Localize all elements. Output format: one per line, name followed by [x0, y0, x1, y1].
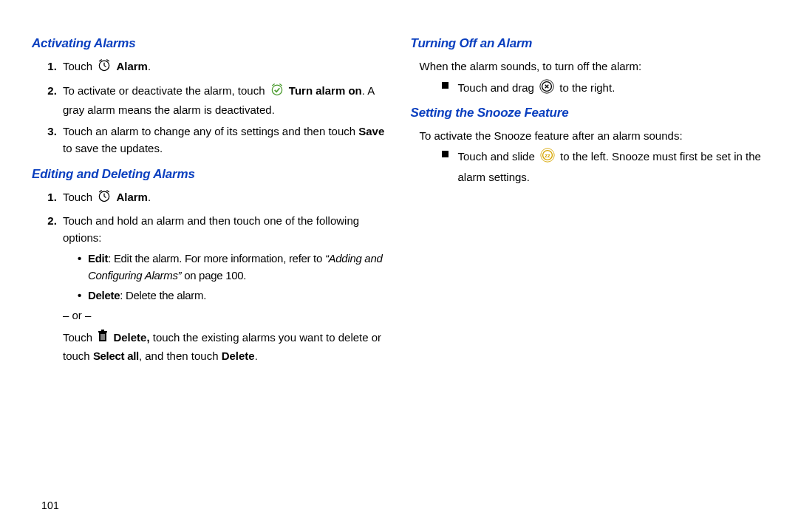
list-item: Touch an alarm to change any of its sett… — [60, 123, 390, 157]
bold-text: Select all — [93, 349, 139, 362]
text: , and then touch — [139, 349, 222, 362]
bold-text: Turn alarm on — [289, 84, 362, 97]
intro-text: To activate the Snooze feature after an … — [420, 127, 769, 144]
text: Touch — [63, 191, 95, 203]
trash-icon — [97, 330, 109, 347]
activating-alarms-list: Touch Alarm. To activate or deactivate t… — [41, 58, 390, 157]
intro-text: When the alarm sounds, to turn off the a… — [420, 58, 769, 75]
list-item: To activate or deactivate the alarm, tou… — [60, 82, 390, 119]
text: Touch — [63, 331, 95, 344]
text: . — [255, 349, 258, 362]
text: Touch and hold an alarm and then touch o… — [63, 214, 359, 244]
editing-alarms-list: Touch Alarm. Touch and hold an alarm and… — [41, 188, 390, 364]
turn-off-list: Touch and drag to the right. — [420, 78, 769, 99]
text: Touch an alarm to change any of its sett… — [63, 125, 358, 137]
text: Touch and slide — [458, 151, 538, 163]
manual-page: Activating Alarms Touch Alarm. To activa… — [0, 0, 798, 532]
alarm-clock-icon — [97, 188, 112, 208]
list-item: Touch Alarm. — [60, 188, 390, 208]
text: Touch — [63, 60, 95, 72]
bold-text: Alarm — [116, 191, 148, 203]
svg-rect-15 — [101, 330, 104, 331]
svg-rect-18 — [104, 334, 105, 340]
or-separator: – or – — [63, 307, 390, 324]
text-block: Touch Delete, touch the existing alarms … — [63, 329, 390, 364]
heading-activating-alarms: Activating Alarms — [32, 34, 390, 53]
svg-rect-14 — [98, 331, 107, 332]
text: to the right. — [559, 81, 615, 94]
svg-line-2 — [104, 66, 106, 67]
snooze-circle-zz-icon: zz — [539, 147, 556, 168]
text: To activate or deactivate the alarm, tou… — [63, 84, 268, 97]
text: : Delete the alarm. — [120, 289, 206, 301]
svg-line-4 — [107, 60, 109, 62]
heading-turning-off-alarm: Turning Off an Alarm — [411, 34, 769, 53]
bold-text: Delete — [88, 289, 120, 301]
left-column: Activating Alarms Touch Alarm. To activa… — [41, 30, 390, 517]
page-number: 101 — [41, 499, 59, 511]
list-item: Touch and drag to the right. — [442, 78, 769, 99]
list-item: Edit: Edit the alarm. For more informati… — [78, 250, 390, 284]
alarm-clock-icon — [97, 58, 112, 77]
svg-line-6 — [272, 83, 274, 86]
svg-line-7 — [279, 83, 282, 86]
list-item: Touch and hold an alarm and then touch o… — [60, 212, 390, 364]
bold-text: Delete — [222, 349, 255, 362]
svg-rect-16 — [101, 334, 102, 340]
bold-text: Save — [358, 125, 384, 137]
right-column: Turning Off an Alarm When the alarm soun… — [420, 30, 769, 517]
text: Touch and drag — [458, 81, 538, 94]
list-item: Touch and slide zz to the left. Snooze m… — [442, 147, 769, 185]
bold-text: Delete, — [113, 331, 149, 344]
svg-line-3 — [100, 60, 102, 62]
text: . — [148, 191, 151, 203]
svg-line-11 — [100, 190, 102, 192]
svg-rect-17 — [103, 334, 103, 340]
text: on page 100. — [181, 269, 246, 282]
heading-editing-deleting-alarms: Editing and Deleting Alarms — [32, 165, 390, 184]
text: to save the updates. — [63, 142, 163, 154]
dismiss-circle-x-icon — [539, 78, 555, 99]
svg-line-12 — [107, 190, 109, 192]
alarm-check-icon — [270, 82, 284, 101]
list-item: Delete: Delete the alarm. — [78, 287, 390, 304]
svg-line-10 — [104, 197, 106, 198]
snooze-list: Touch and slide zz to the left. Snooze m… — [420, 147, 769, 185]
text: : Edit the alarm. For more information, … — [108, 252, 325, 265]
svg-text:zz: zz — [545, 153, 550, 160]
sub-bullet-list: Edit: Edit the alarm. For more informati… — [63, 250, 390, 304]
bold-text: Alarm — [116, 60, 148, 72]
text: . — [148, 60, 151, 72]
heading-snooze-feature: Setting the Snooze Feature — [411, 103, 769, 123]
svg-point-5 — [272, 85, 282, 95]
bold-text: Edit — [88, 252, 108, 265]
list-item: Touch Alarm. — [60, 58, 390, 77]
